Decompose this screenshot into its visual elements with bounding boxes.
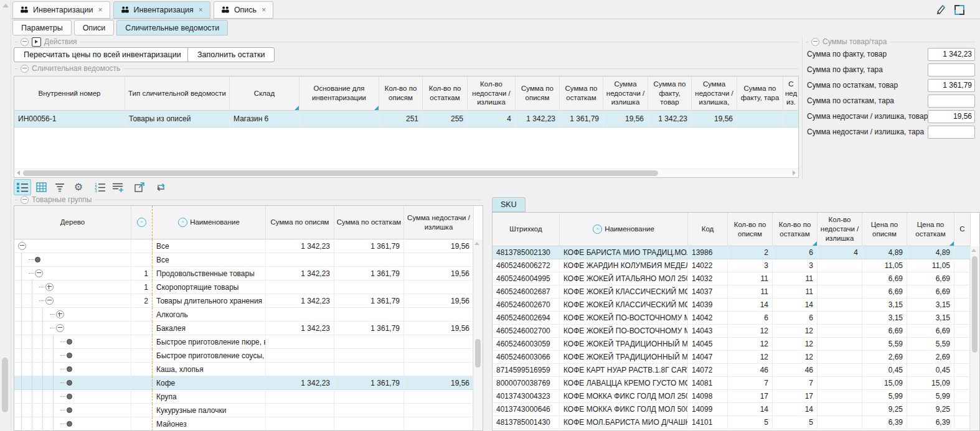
- scroll-up-icon[interactable]: [971, 249, 976, 252]
- statement-col-header[interactable]: Сумма недостачи / излишка,: [692, 76, 737, 111]
- tree-node-cell[interactable]: [14, 376, 131, 390]
- close-icon[interactable]: ×: [261, 6, 266, 14]
- statement-col-header[interactable]: Кол-во недостачи / излишка: [468, 76, 516, 111]
- tree-node-cell[interactable]: [14, 308, 131, 322]
- tree-row[interactable]: Крупа: [14, 390, 474, 404]
- tree-row[interactable]: 2Товары длительного хранения1 342,231 36…: [14, 294, 474, 308]
- tab-inventarizaciya[interactable]: Инвентаризация ×: [113, 1, 210, 19]
- scroll-right-icon[interactable]: [793, 170, 796, 175]
- tree-node-cell[interactable]: [14, 390, 131, 404]
- scrollbar-thumb[interactable]: [972, 256, 978, 353]
- sku-row[interactable]: 4605246002694КОФЕ ЖОКЕЙ ПО-ВОСТОЧНОМУ М1…: [492, 312, 971, 325]
- sum-field-input[interactable]: [928, 79, 975, 92]
- tab-inventarizacii[interactable]: Инвентаризации ×: [12, 1, 110, 19]
- scroll-left-icon[interactable]: [17, 170, 20, 175]
- tree-node-cell[interactable]: [14, 267, 131, 280]
- sku-row[interactable]: 4605246006272КОФЕ ЖАРДИН КОЛУМБИЯ МЕДЕЛ.…: [492, 259, 971, 272]
- collapse-icon[interactable]: [21, 196, 29, 204]
- tree-row[interactable]: Все1 342,231 361,7919,56: [14, 239, 474, 253]
- scroll-up-icon[interactable]: [474, 242, 479, 245]
- expand-node-icon[interactable]: [56, 310, 64, 318]
- refresh-icon[interactable]: [152, 179, 169, 195]
- grid-view-icon[interactable]: [32, 179, 50, 195]
- fill-remainders-button[interactable]: Заполнить остатки: [187, 47, 275, 62]
- expand-node-icon[interactable]: [45, 283, 54, 291]
- sku-col-header[interactable]: ^Наименование: [560, 213, 688, 246]
- tree-node-cell[interactable]: [14, 335, 131, 349]
- tree-node-cell[interactable]: [14, 294, 131, 308]
- sku-row[interactable]: 4813785001430КОФЕ МОЛ.БАРИСТА МИО Д/ЧАШК…: [492, 416, 971, 429]
- statement-col-header[interactable]: Сумма по факту, товар: [648, 76, 692, 111]
- sku-row[interactable]: 8714599516959КОФЕ КАРТ НУАР РАСТВ.1.8Г C…: [492, 364, 971, 377]
- scrollbar-thumb[interactable]: [23, 170, 658, 176]
- tree-node-cell[interactable]: [14, 404, 131, 417]
- sku-row[interactable]: 4605246004995КОФЕ ЖОКЕЙ ИТАЛЬЯНО МОЛ 250…: [492, 272, 971, 285]
- sum-field-input[interactable]: [928, 95, 975, 108]
- tree-col-header[interactable]: Сумма недостачи / излишка: [404, 206, 474, 239]
- page-vertical-scrollbar[interactable]: [0, 0, 11, 431]
- tree-row[interactable]: Быстрое приготовление соусы, бульон: [14, 349, 474, 363]
- close-icon[interactable]: ×: [199, 6, 203, 14]
- sum-field-input[interactable]: [928, 110, 975, 123]
- statement-row[interactable]: ИН00056-1Товары из описейМагазин 6251255…: [14, 111, 799, 127]
- sku-col-header[interactable]: Штрихкод: [492, 213, 560, 246]
- statement-col-header[interactable]: Сумма по факту, тара: [737, 76, 783, 111]
- sku-row[interactable]: 4605246003066КОФЕ ЖОКЕЙ ТРАДИЦИОННЫЙ МО1…: [492, 351, 971, 364]
- numbered-list-icon[interactable]: 123: [91, 179, 108, 195]
- collapse-node-icon[interactable]: [45, 297, 54, 305]
- collapse-node-icon[interactable]: [56, 324, 64, 332]
- open-external-icon[interactable]: [131, 179, 148, 195]
- sku-row[interactable]: 4013743000646КОФЕ МОККА ФИКС ГОЛД МОЛ 50…: [492, 403, 971, 416]
- list-view-icon[interactable]: [14, 179, 31, 195]
- statement-col-header[interactable]: Сумма недостачи / излишка: [603, 76, 648, 111]
- sku-row[interactable]: 8000070038769КОФЕ ЛАВАЦЦА КРЕМО ГУСТО МО…: [492, 377, 971, 390]
- recalc-prices-button[interactable]: Пересчитать цены по всей инвентаризации: [14, 47, 191, 62]
- statement-col-header[interactable]: Основание для инвентаризации: [299, 76, 379, 111]
- sku-col-header[interactable]: Цена по остаткам: [907, 213, 954, 246]
- statement-col-header[interactable]: Кол-во по остаткам: [423, 76, 468, 111]
- sku-col-header[interactable]: С: [954, 213, 971, 246]
- tree-row[interactable]: Каша, хлопья: [14, 363, 474, 376]
- sku-row[interactable]: 4813785002130КОФЕ БАРИСТА МИО ТРАДИЦ.МОЛ…: [492, 246, 971, 259]
- settings-gear-icon[interactable]: ⚙: [70, 179, 87, 195]
- tree-col-header[interactable]: Сумма по описям: [266, 206, 334, 239]
- tree-row[interactable]: 1Продовольственные товары1 342,231 361,7…: [14, 267, 474, 280]
- tree-row[interactable]: 1Скоропортящие товары: [14, 280, 474, 294]
- fullscreen-icon[interactable]: [953, 3, 966, 17]
- statement-col-header[interactable]: Сумма по описям: [516, 76, 560, 111]
- sku-row[interactable]: 4013743004323КОФЕ МОККА ФИКС ГОЛД МОЛ 25…: [492, 390, 971, 403]
- collapse-icon[interactable]: [21, 38, 29, 46]
- sku-row[interactable]: 4605246002700КОФЕ ЖОКЕЙ ПО-ВОСТОЧНОМУ М1…: [492, 325, 971, 338]
- statement-col-header[interactable]: Склад: [230, 76, 299, 111]
- statement-col-header[interactable]: Сумма по остаткам: [560, 76, 603, 111]
- statement-col-header[interactable]: С нед из.: [783, 76, 799, 111]
- tree-row[interactable]: Быстрое приготовление пюре, вермиш: [14, 335, 474, 349]
- tree-col-header[interactable]: Дерево: [14, 206, 131, 239]
- tab-sku[interactable]: SKU: [492, 197, 525, 212]
- scrollbar-thumb[interactable]: [475, 339, 481, 368]
- tree-row[interactable]: Кофе1 342,231 361,7919,56: [14, 376, 474, 390]
- statement-col-header[interactable]: Внутренний номер: [14, 76, 125, 111]
- sku-row[interactable]: 4605246002670КОФЕ ЖОКЕЙ КЛАССИЧЕСКИЙ МО.…: [492, 299, 971, 312]
- tree-row[interactable]: Кукурузные палочки: [14, 404, 474, 417]
- tree-v-scrollbar[interactable]: [473, 239, 483, 430]
- statement-h-scrollbar[interactable]: [14, 169, 798, 177]
- tab-slichitelnye-vedomosti[interactable]: Сличительные ведомости: [116, 20, 228, 35]
- collapse-node-icon[interactable]: [35, 269, 43, 277]
- collapse-icon[interactable]: [21, 65, 29, 73]
- sku-row[interactable]: 4605246002687КОФЕ ЖОКЕЙ КЛАССИЧЕСКИЙ МО.…: [492, 285, 971, 299]
- tree-col-header[interactable]: ^Наименование: [153, 206, 266, 239]
- tree-node-cell[interactable]: [14, 322, 131, 335]
- tab-opis[interactable]: Опись ×: [214, 1, 273, 19]
- collapse-node-icon[interactable]: [18, 242, 26, 250]
- sku-row[interactable]: 4605246003059КОФЕ ЖОКЕЙ ТРАДИЦИОННЫЙ МО1…: [492, 338, 971, 351]
- scroll-up-icon[interactable]: [2, 4, 9, 7]
- statement-col-header[interactable]: Тип сличительной ведомости: [125, 76, 230, 111]
- tree-node-cell[interactable]: [14, 417, 131, 431]
- tree-row[interactable]: Майонез: [14, 417, 474, 431]
- scrollbar-thumb[interactable]: [2, 358, 8, 412]
- add-row-icon[interactable]: [110, 179, 127, 195]
- filter-icon[interactable]: [51, 179, 68, 195]
- sum-field-input[interactable]: [928, 63, 975, 76]
- tree-col-header[interactable]: ^: [131, 206, 153, 239]
